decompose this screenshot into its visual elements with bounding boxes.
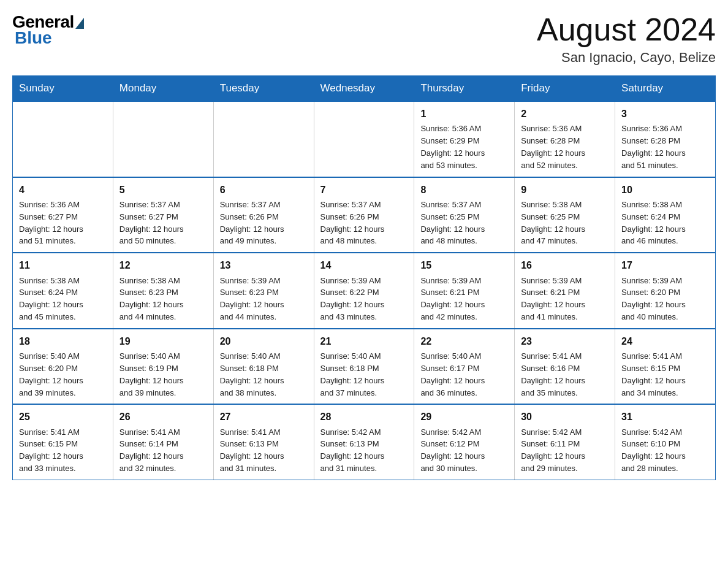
- day-info: Sunrise: 5:40 AM Sunset: 6:20 PM Dayligh…: [19, 351, 83, 397]
- day-info: Sunrise: 5:40 AM Sunset: 6:17 PM Dayligh…: [420, 351, 485, 397]
- day-number: 27: [220, 410, 308, 424]
- calendar-cell: 23Sunrise: 5:41 AM Sunset: 6:16 PM Dayli…: [515, 329, 615, 405]
- day-number: 20: [220, 334, 308, 348]
- day-number: 25: [19, 410, 107, 424]
- day-info: Sunrise: 5:41 AM Sunset: 6:13 PM Dayligh…: [220, 427, 284, 473]
- day-info: Sunrise: 5:42 AM Sunset: 6:13 PM Dayligh…: [320, 427, 385, 473]
- day-info: Sunrise: 5:37 AM Sunset: 6:26 PM Dayligh…: [320, 200, 385, 246]
- calendar-cell: 19Sunrise: 5:40 AM Sunset: 6:19 PM Dayli…: [113, 329, 213, 405]
- logo: General Blue: [12, 12, 84, 48]
- calendar-week-row: 1Sunrise: 5:36 AM Sunset: 6:29 PM Daylig…: [13, 101, 716, 177]
- logo-arrow-icon: [75, 18, 84, 29]
- calendar-cell: 15Sunrise: 5:39 AM Sunset: 6:21 PM Dayli…: [414, 253, 515, 329]
- calendar-cell: 13Sunrise: 5:39 AM Sunset: 6:23 PM Dayli…: [213, 253, 314, 329]
- day-number: 11: [19, 258, 107, 272]
- day-number: 8: [420, 183, 508, 197]
- day-info: Sunrise: 5:38 AM Sunset: 6:23 PM Dayligh…: [119, 276, 184, 322]
- calendar-cell: 1Sunrise: 5:36 AM Sunset: 6:29 PM Daylig…: [414, 101, 515, 177]
- day-info: Sunrise: 5:36 AM Sunset: 6:29 PM Dayligh…: [420, 124, 485, 170]
- calendar-week-row: 25Sunrise: 5:41 AM Sunset: 6:15 PM Dayli…: [13, 404, 716, 480]
- day-number: 31: [621, 410, 709, 424]
- day-number: 4: [19, 183, 107, 197]
- day-number: 14: [320, 258, 408, 272]
- calendar-cell: [113, 101, 213, 177]
- day-number: 28: [320, 410, 408, 424]
- day-info: Sunrise: 5:37 AM Sunset: 6:27 PM Dayligh…: [119, 200, 184, 246]
- month-title: August 2024: [537, 12, 716, 47]
- day-info: Sunrise: 5:41 AM Sunset: 6:16 PM Dayligh…: [521, 351, 585, 397]
- day-info: Sunrise: 5:42 AM Sunset: 6:10 PM Dayligh…: [621, 427, 686, 473]
- weekday-header-sunday: Sunday: [13, 76, 113, 102]
- logo-blue-text: Blue: [15, 28, 52, 48]
- day-number: 15: [420, 258, 508, 272]
- weekday-header-tuesday: Tuesday: [213, 76, 314, 102]
- calendar-cell: 9Sunrise: 5:38 AM Sunset: 6:25 PM Daylig…: [515, 177, 615, 253]
- day-number: 26: [119, 410, 207, 424]
- calendar-cell: 6Sunrise: 5:37 AM Sunset: 6:26 PM Daylig…: [213, 177, 314, 253]
- calendar-week-row: 4Sunrise: 5:36 AM Sunset: 6:27 PM Daylig…: [13, 177, 716, 253]
- day-info: Sunrise: 5:37 AM Sunset: 6:25 PM Dayligh…: [420, 200, 485, 246]
- day-number: 23: [521, 334, 609, 348]
- calendar-cell: 21Sunrise: 5:40 AM Sunset: 6:18 PM Dayli…: [314, 329, 414, 405]
- calendar-cell: 28Sunrise: 5:42 AM Sunset: 6:13 PM Dayli…: [314, 404, 414, 480]
- calendar-cell: 26Sunrise: 5:41 AM Sunset: 6:14 PM Dayli…: [113, 404, 213, 480]
- day-info: Sunrise: 5:39 AM Sunset: 6:21 PM Dayligh…: [521, 276, 585, 322]
- calendar-cell: 29Sunrise: 5:42 AM Sunset: 6:12 PM Dayli…: [414, 404, 515, 480]
- day-info: Sunrise: 5:40 AM Sunset: 6:18 PM Dayligh…: [220, 351, 284, 397]
- day-number: 3: [621, 107, 709, 121]
- calendar-cell: [13, 101, 113, 177]
- day-info: Sunrise: 5:39 AM Sunset: 6:21 PM Dayligh…: [420, 276, 485, 322]
- day-info: Sunrise: 5:39 AM Sunset: 6:22 PM Dayligh…: [320, 276, 385, 322]
- day-number: 13: [220, 258, 308, 272]
- weekday-header-friday: Friday: [515, 76, 615, 102]
- day-number: 18: [19, 334, 107, 348]
- calendar-cell: 31Sunrise: 5:42 AM Sunset: 6:10 PM Dayli…: [615, 404, 716, 480]
- day-number: 30: [521, 410, 609, 424]
- calendar-cell: 11Sunrise: 5:38 AM Sunset: 6:24 PM Dayli…: [13, 253, 113, 329]
- calendar-cell: 25Sunrise: 5:41 AM Sunset: 6:15 PM Dayli…: [13, 404, 113, 480]
- calendar-cell: 24Sunrise: 5:41 AM Sunset: 6:15 PM Dayli…: [615, 329, 716, 405]
- calendar-cell: 14Sunrise: 5:39 AM Sunset: 6:22 PM Dayli…: [314, 253, 414, 329]
- calendar-cell: 30Sunrise: 5:42 AM Sunset: 6:11 PM Dayli…: [515, 404, 615, 480]
- calendar-cell: 20Sunrise: 5:40 AM Sunset: 6:18 PM Dayli…: [213, 329, 314, 405]
- calendar-cell: 16Sunrise: 5:39 AM Sunset: 6:21 PM Dayli…: [515, 253, 615, 329]
- day-number: 24: [621, 334, 709, 348]
- title-block: August 2024 San Ignacio, Cayo, Belize: [537, 12, 716, 66]
- day-info: Sunrise: 5:38 AM Sunset: 6:24 PM Dayligh…: [19, 276, 83, 322]
- weekday-header-row: SundayMondayTuesdayWednesdayThursdayFrid…: [13, 76, 716, 102]
- day-info: Sunrise: 5:36 AM Sunset: 6:28 PM Dayligh…: [521, 124, 585, 170]
- calendar-cell: [314, 101, 414, 177]
- day-info: Sunrise: 5:41 AM Sunset: 6:14 PM Dayligh…: [119, 427, 184, 473]
- calendar-cell: 17Sunrise: 5:39 AM Sunset: 6:20 PM Dayli…: [615, 253, 716, 329]
- day-info: Sunrise: 5:41 AM Sunset: 6:15 PM Dayligh…: [19, 427, 83, 473]
- day-info: Sunrise: 5:40 AM Sunset: 6:19 PM Dayligh…: [119, 351, 184, 397]
- calendar-week-row: 11Sunrise: 5:38 AM Sunset: 6:24 PM Dayli…: [13, 253, 716, 329]
- day-number: 5: [119, 183, 207, 197]
- day-info: Sunrise: 5:36 AM Sunset: 6:27 PM Dayligh…: [19, 200, 83, 246]
- day-info: Sunrise: 5:40 AM Sunset: 6:18 PM Dayligh…: [320, 351, 385, 397]
- calendar-cell: [213, 101, 314, 177]
- day-info: Sunrise: 5:42 AM Sunset: 6:11 PM Dayligh…: [521, 427, 585, 473]
- day-info: Sunrise: 5:38 AM Sunset: 6:25 PM Dayligh…: [521, 200, 585, 246]
- day-info: Sunrise: 5:37 AM Sunset: 6:26 PM Dayligh…: [220, 200, 284, 246]
- day-info: Sunrise: 5:42 AM Sunset: 6:12 PM Dayligh…: [420, 427, 485, 473]
- day-number: 9: [521, 183, 609, 197]
- calendar-cell: 8Sunrise: 5:37 AM Sunset: 6:25 PM Daylig…: [414, 177, 515, 253]
- day-number: 2: [521, 107, 609, 121]
- location-subtitle: San Ignacio, Cayo, Belize: [537, 50, 716, 66]
- calendar-cell: 5Sunrise: 5:37 AM Sunset: 6:27 PM Daylig…: [113, 177, 213, 253]
- day-number: 21: [320, 334, 408, 348]
- day-number: 17: [621, 258, 709, 272]
- day-info: Sunrise: 5:41 AM Sunset: 6:15 PM Dayligh…: [621, 351, 686, 397]
- day-number: 7: [320, 183, 408, 197]
- day-info: Sunrise: 5:36 AM Sunset: 6:28 PM Dayligh…: [621, 124, 686, 170]
- calendar-cell: 12Sunrise: 5:38 AM Sunset: 6:23 PM Dayli…: [113, 253, 213, 329]
- day-number: 6: [220, 183, 308, 197]
- weekday-header-wednesday: Wednesday: [314, 76, 414, 102]
- day-number: 22: [420, 334, 508, 348]
- calendar-cell: 3Sunrise: 5:36 AM Sunset: 6:28 PM Daylig…: [615, 101, 716, 177]
- calendar-cell: 10Sunrise: 5:38 AM Sunset: 6:24 PM Dayli…: [615, 177, 716, 253]
- page-header: General Blue August 2024 San Ignacio, Ca…: [12, 12, 716, 66]
- day-number: 29: [420, 410, 508, 424]
- weekday-header-thursday: Thursday: [414, 76, 515, 102]
